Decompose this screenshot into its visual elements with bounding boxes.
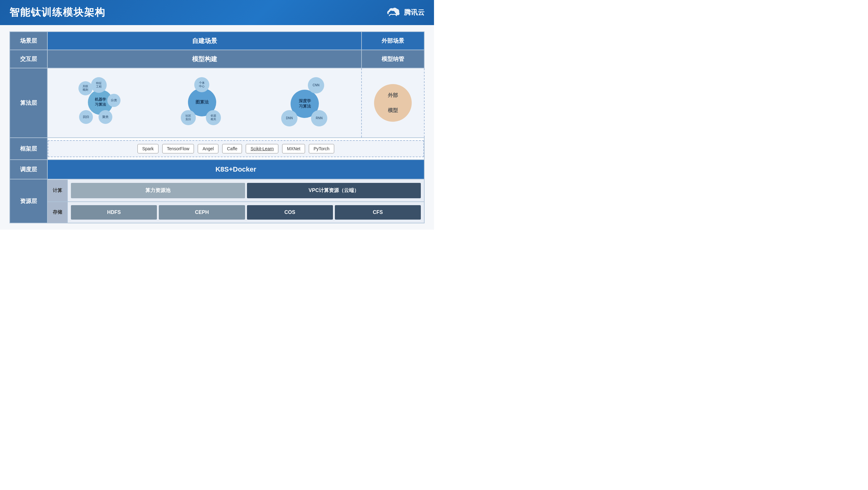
ml-feature-bubble: 特征工程 — [91, 77, 107, 93]
ml-cluster-bubble: 聚类 — [98, 110, 112, 124]
graph-community-bubble: 社区划分 — [181, 110, 196, 125]
algorithm-content: 机器学习算法 特征工程 关联规则 分类 回归 聚类 图算法 个体中心 社区划分 … — [48, 68, 362, 138]
compute-content: 算力资源池 VPC计算资源（云端） — [68, 180, 424, 201]
model-manage: 模型纳管 — [362, 50, 424, 68]
compute-pool: 算力资源池 — [71, 183, 245, 198]
ml-classify-bubble: 分类 — [107, 94, 121, 107]
fw-angel: Angel — [198, 144, 218, 154]
fw-mxnet: MXNet — [282, 144, 305, 154]
fw-spark: Spark — [137, 144, 158, 154]
graph-bubble-group: 图算法 个体中心 社区划分 邻居相关 — [176, 75, 228, 131]
compute-sub-row: 计算 算力资源池 VPC计算资源（云端） — [48, 180, 424, 202]
model-build: 模型构建 — [48, 50, 362, 68]
ml-bubble-group: 机器学习算法 特征工程 关联规则 分类 回归 聚类 — [76, 75, 126, 131]
dl-bubble-group: 深度学习算法 CNN DNN RNN — [278, 75, 333, 131]
external-model-circle: 外部模型 — [374, 84, 412, 122]
dl-cluster: 深度学习算法 CNN DNN RNN — [278, 75, 333, 131]
storage-cos: COS — [247, 205, 333, 220]
resource-layer-row: 资源层 计算 算力资源池 VPC计算资源（云端） 存储 HDFS CEPH — [10, 179, 424, 223]
framework-layer-row: 框架层 Spark TensorFlow Angel Caffe Scikit-… — [10, 138, 424, 160]
external-scene: 外部场景 — [362, 32, 424, 50]
tencent-cloud-icon — [385, 6, 401, 19]
logo-text: 腾讯云 — [404, 8, 425, 17]
graph-cluster: 图算法 个体中心 社区划分 邻居相关 — [176, 75, 228, 131]
ml-regression-bubble: 回归 — [79, 110, 93, 124]
fw-tensorflow: TensorFlow — [162, 144, 194, 154]
algorithm-clusters: 机器学习算法 特征工程 关联规则 分类 回归 聚类 图算法 个体中心 社区划分 … — [51, 71, 358, 134]
resource-inner: 计算 算力资源池 VPC计算资源（云端） 存储 HDFS CEPH COS CF… — [48, 180, 424, 223]
framework-content: Spark TensorFlow Angel Caffe Scikit-Lear… — [48, 140, 424, 157]
fw-caffe: Caffe — [222, 144, 242, 154]
external-model-cell: 外部模型 — [362, 68, 424, 138]
self-build-scene: 自建场景 — [48, 32, 362, 50]
scheduling-label: 调度层 — [10, 160, 48, 179]
interaction-layer-row: 交互层 模型构建 模型纳管 — [10, 50, 424, 68]
storage-content: HDFS CEPH COS CFS — [68, 202, 424, 223]
vpc-resource: VPC计算资源（云端） — [247, 183, 421, 198]
dl-cnn-bubble: CNN — [308, 77, 324, 94]
scene-label: 场景层 — [10, 32, 48, 50]
graph-individual-bubble: 个体中心 — [194, 77, 209, 92]
scheduling-layer-row: 调度层 K8S+Docker — [10, 160, 424, 179]
storage-ceph: CEPH — [159, 205, 245, 220]
ml-cluster: 机器学习算法 特征工程 关联规则 分类 回归 聚类 — [76, 75, 126, 131]
logo-area: 腾讯云 — [385, 6, 425, 19]
storage-label: 存储 — [48, 202, 68, 223]
graph-neighbor-bubble: 邻居相关 — [206, 110, 221, 125]
dl-dnn-bubble: DNN — [281, 110, 298, 126]
interaction-label: 交互层 — [10, 50, 48, 68]
scene-layer-row: 场景层 自建场景 外部场景 — [10, 32, 424, 50]
header: 智能钛训练模块架构 腾讯云 — [0, 0, 434, 25]
dl-rnn-bubble: RNN — [311, 110, 327, 126]
page-title: 智能钛训练模块架构 — [9, 6, 105, 20]
main-content: 场景层 自建场景 外部场景 交互层 模型构建 模型纳管 算法层 机器学习算法 特… — [0, 25, 434, 230]
algorithm-layer-row: 算法层 机器学习算法 特征工程 关联规则 分类 回归 聚类 — [10, 68, 424, 138]
storage-cfs: CFS — [335, 205, 421, 220]
algorithm-label: 算法层 — [10, 68, 48, 138]
fw-scikitlearn: Scikit-Learn — [246, 144, 278, 154]
k8s-docker: K8S+Docker — [48, 160, 424, 179]
storage-sub-row: 存储 HDFS CEPH COS CFS — [48, 202, 424, 223]
ml-association-bubble: 关联规则 — [79, 81, 93, 95]
architecture-table: 场景层 自建场景 外部场景 交互层 模型构建 模型纳管 算法层 机器学习算法 特… — [9, 31, 425, 223]
storage-hdfs: HDFS — [71, 205, 157, 220]
compute-label: 计算 — [48, 180, 68, 201]
resource-label: 资源层 — [10, 179, 48, 223]
fw-pytorch: PyTorch — [309, 144, 334, 154]
framework-label: 框架层 — [10, 138, 48, 160]
